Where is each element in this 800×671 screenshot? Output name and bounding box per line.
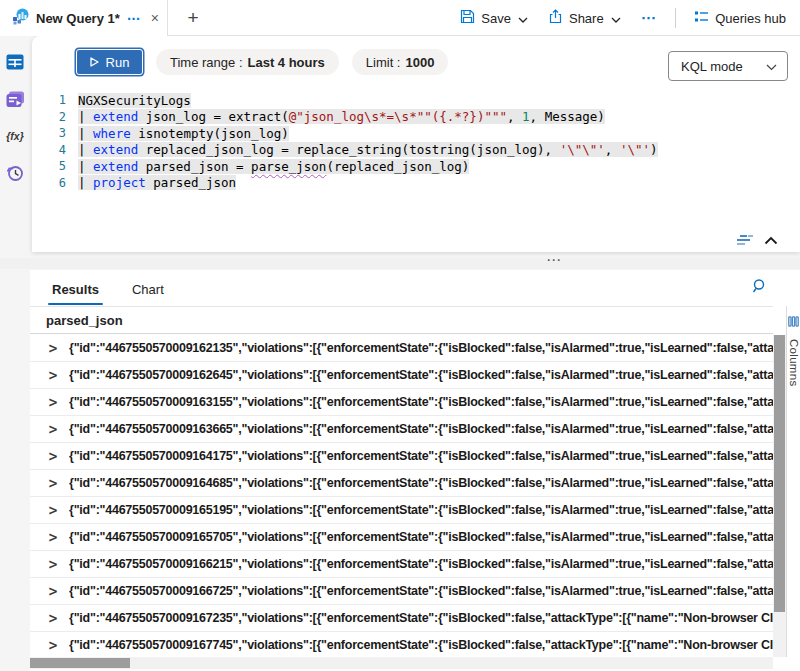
column-header-label: parsed_json bbox=[46, 313, 123, 328]
row-json-value: {"id":"4467550570009166215","violations"… bbox=[69, 557, 773, 571]
save-label: Save bbox=[481, 11, 511, 26]
row-expander-chevron-icon[interactable]: > bbox=[48, 637, 58, 654]
columns-panel-label: Columns bbox=[788, 339, 800, 386]
time-range-value: Last 4 hours bbox=[248, 55, 325, 70]
line-number: 2 bbox=[32, 110, 66, 124]
row-json-value: {"id":"4467550570009163155","violations"… bbox=[69, 395, 773, 409]
tables-icon[interactable] bbox=[5, 52, 25, 72]
columns-icon bbox=[788, 313, 799, 331]
row-json-value: {"id":"4467550570009162135","violations"… bbox=[69, 341, 773, 355]
vertical-scrollbar-thumb[interactable] bbox=[774, 335, 785, 612]
code-line-3[interactable]: 3 | where isnotempty(json_log) bbox=[32, 125, 790, 142]
table-row[interactable]: >{"id":"4467550570009163665","violations… bbox=[30, 416, 773, 443]
code-editor[interactable]: 1 NGXSecurityLogs 2 | extend json_log = … bbox=[32, 92, 790, 191]
row-expander-chevron-icon[interactable]: > bbox=[48, 421, 58, 438]
run-label: Run bbox=[106, 55, 130, 70]
table-row[interactable]: >{"id":"4467550570009166725","violations… bbox=[30, 578, 773, 605]
table-row[interactable]: >{"id":"4467550570009166215","violations… bbox=[30, 551, 773, 578]
kql-mode-value: KQL mode bbox=[681, 59, 743, 74]
save-icon bbox=[460, 9, 475, 27]
functions-icon[interactable]: {fx} bbox=[5, 126, 25, 146]
row-expander-chevron-icon[interactable]: > bbox=[48, 529, 58, 546]
row-expander-chevron-icon[interactable]: > bbox=[48, 502, 58, 519]
row-expander-chevron-icon[interactable]: > bbox=[48, 583, 58, 600]
code-line-4[interactable]: 4 | extend replaced_json_log = replace_s… bbox=[32, 142, 790, 159]
time-range-label: Time range : bbox=[170, 55, 243, 70]
table-row[interactable]: >{"id":"4467550570009164685","violations… bbox=[30, 470, 773, 497]
code-line-5[interactable]: 5 | extend parsed_json = parse_json(repl… bbox=[32, 158, 790, 175]
row-expander-chevron-icon[interactable]: > bbox=[48, 610, 58, 627]
columns-side-panel[interactable]: Columns bbox=[786, 306, 800, 657]
row-expander-chevron-icon[interactable]: > bbox=[48, 475, 58, 492]
run-button[interactable]: Run bbox=[76, 49, 143, 75]
share-label: Share bbox=[569, 11, 604, 26]
table-row[interactable]: >{"id":"4467550570009165705","violations… bbox=[30, 524, 773, 551]
table-row[interactable]: >{"id":"4467550570009162645","violations… bbox=[30, 362, 773, 389]
time-range-pill[interactable]: Time range : Last 4 hours bbox=[156, 49, 339, 75]
tab-chart[interactable]: Chart bbox=[130, 276, 166, 305]
saved-queries-icon[interactable] bbox=[5, 89, 25, 109]
share-chevron-down-icon[interactable] bbox=[611, 11, 621, 26]
more-actions-icon[interactable]: ⋯ bbox=[633, 9, 666, 27]
search-icon[interactable] bbox=[752, 278, 768, 298]
row-json-value: {"id":"4467550570009163665","violations"… bbox=[69, 422, 773, 436]
functions-glyph: {fx} bbox=[6, 130, 24, 142]
table-row[interactable]: >{"id":"4467550570009165195","violations… bbox=[30, 497, 773, 524]
results-tabs: Results Chart bbox=[50, 276, 166, 305]
share-icon bbox=[548, 9, 563, 27]
row-json-value: {"id":"4467550570009164685","violations"… bbox=[69, 476, 773, 490]
row-expander-chevron-icon[interactable]: > bbox=[48, 340, 58, 357]
app-window: New Query 1* ⋯ × + Save bbox=[0, 0, 800, 671]
collapse-editor-chevron-up-icon[interactable] bbox=[764, 236, 778, 245]
query-toolbar: Run Time range : Last 4 hours Limit : 10… bbox=[76, 49, 448, 75]
top-bar-divider bbox=[675, 8, 676, 28]
table-row[interactable]: >{"id":"4467550570009163155","violations… bbox=[30, 389, 773, 416]
code-line-6[interactable]: 6 | project parsed_json bbox=[32, 175, 790, 192]
tab-results[interactable]: Results bbox=[50, 276, 101, 305]
horizontal-scrollbar[interactable] bbox=[30, 657, 773, 669]
queries-hub-label: Queries hub bbox=[715, 11, 786, 26]
row-json-value: {"id":"4467550570009162645","violations"… bbox=[69, 368, 773, 382]
limit-pill[interactable]: Limit : 1000 bbox=[352, 49, 449, 75]
tab-title: New Query 1* bbox=[36, 11, 120, 26]
code-line-2[interactable]: 2 | extend json_log = extract(@"json_log… bbox=[32, 109, 790, 126]
query-editor-card: Run Time range : Last 4 hours Limit : 10… bbox=[32, 36, 800, 252]
editor-bottom-icons bbox=[736, 234, 778, 247]
grid-column-header[interactable]: parsed_json bbox=[30, 306, 773, 334]
share-button[interactable]: Share bbox=[540, 4, 629, 32]
row-expander-chevron-icon[interactable]: > bbox=[48, 394, 58, 411]
save-button[interactable]: Save bbox=[452, 4, 536, 32]
tab-menu-icon[interactable]: ⋯ bbox=[127, 13, 142, 23]
line-number: 5 bbox=[32, 159, 66, 173]
table-row[interactable]: >{"id":"4467550570009167235","violations… bbox=[30, 605, 773, 632]
format-results-icon[interactable] bbox=[736, 234, 754, 247]
queries-hub-button[interactable]: Queries hub bbox=[686, 5, 794, 32]
table-row[interactable]: >{"id":"4467550570009164175","violations… bbox=[30, 443, 773, 470]
row-expander-chevron-icon[interactable]: > bbox=[48, 448, 58, 465]
horizontal-scrollbar-thumb[interactable] bbox=[30, 658, 130, 668]
panel-resize-handle[interactable]: ⋯ bbox=[546, 251, 563, 269]
row-json-value: {"id":"4467550570009164175","violations"… bbox=[69, 449, 773, 463]
new-tab-button[interactable]: + bbox=[180, 5, 206, 31]
kql-mode-select[interactable]: KQL mode bbox=[668, 51, 788, 81]
panel-divider[interactable] bbox=[0, 258, 800, 269]
table-row[interactable]: >{"id":"4467550570009167745","violations… bbox=[30, 632, 773, 659]
vertical-scrollbar[interactable] bbox=[773, 335, 786, 657]
table-row[interactable]: >{"id":"4467550570009162135","violations… bbox=[30, 335, 773, 362]
line-number: 3 bbox=[32, 126, 66, 140]
line-number: 1 bbox=[32, 93, 66, 107]
query-tab[interactable]: New Query 1* ⋯ × bbox=[0, 0, 168, 36]
row-expander-chevron-icon[interactable]: > bbox=[48, 556, 58, 573]
query-history-icon[interactable] bbox=[5, 163, 25, 183]
line-number: 6 bbox=[32, 176, 66, 190]
tab-close-icon[interactable]: × bbox=[151, 10, 159, 26]
row-json-value: {"id":"4467550570009166725","violations"… bbox=[69, 584, 773, 598]
code-line-1[interactable]: 1 NGXSecurityLogs bbox=[32, 92, 790, 109]
left-rail: {fx} bbox=[0, 36, 30, 671]
row-expander-chevron-icon[interactable]: > bbox=[48, 367, 58, 384]
line-number: 4 bbox=[32, 143, 66, 157]
results-panel: Results Chart parsed_json >{"id":"446755… bbox=[30, 270, 800, 671]
limit-label: Limit : bbox=[366, 55, 401, 70]
save-chevron-down-icon[interactable] bbox=[518, 11, 528, 26]
queries-hub-icon bbox=[694, 10, 709, 27]
